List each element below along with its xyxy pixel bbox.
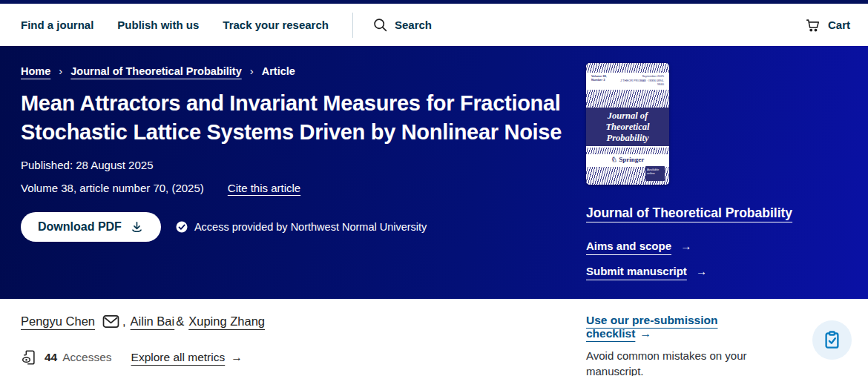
submission-helper-button[interactable] bbox=[812, 320, 852, 360]
download-pdf-button[interactable]: Download PDF bbox=[21, 212, 161, 242]
cart-button[interactable]: Cart bbox=[805, 17, 850, 33]
volume-line: Volume 38, article number 70, (2025) Cit… bbox=[21, 182, 570, 194]
journal-cover-image[interactable]: Volume 38, Number 3 September 2025 J THE… bbox=[586, 63, 669, 185]
site-header: Find a journal Publish with us Track you… bbox=[0, 4, 868, 46]
cover-stripe-band bbox=[586, 90, 669, 108]
cover-meta: Volume 38, Number 3 September 2025 J THE… bbox=[591, 74, 664, 87]
author-separator: , bbox=[122, 314, 126, 329]
article-meta-section: Pengyu Chen , Ailin Bai & Xuping Zhang 4… bbox=[0, 299, 868, 376]
download-row: Download PDF Access provided by Northwes… bbox=[21, 212, 570, 242]
breadcrumb-journal[interactable]: Journal of Theoretical Probability bbox=[70, 65, 241, 77]
cover-issue-text: September 2025 J THEOR PROBAB · ISSN 089… bbox=[619, 74, 664, 87]
search-icon bbox=[372, 17, 388, 33]
cover-available-online-badge: Available online bbox=[645, 166, 665, 181]
breadcrumb: Home › Journal of Theoretical Probabilit… bbox=[21, 65, 570, 77]
cover-title-text: Journal of Theoretical Probability bbox=[586, 111, 669, 144]
hero-left-column: Home › Journal of Theoretical Probabilit… bbox=[21, 46, 570, 242]
download-pdf-label: Download PDF bbox=[38, 220, 122, 234]
cart-icon bbox=[805, 17, 821, 33]
right-arrow-icon: → bbox=[640, 327, 651, 340]
author-link-ailin-bai[interactable]: Ailin Bai bbox=[131, 314, 175, 329]
pre-submission-aside: Use our pre-submission checklist→ Avoid … bbox=[586, 314, 779, 376]
journal-panel: Volume 38, Number 3 September 2025 J THE… bbox=[586, 63, 861, 277]
breadcrumb-separator: › bbox=[59, 65, 62, 77]
search-button[interactable]: Search bbox=[372, 17, 432, 33]
breadcrumb-current: Article bbox=[262, 65, 295, 77]
author-link-xuping-zhang[interactable]: Xuping Zhang bbox=[188, 314, 265, 329]
metrics-row: 44 Accesses Explore all metrics → bbox=[21, 349, 243, 366]
author-separator: & bbox=[176, 314, 184, 329]
accesses-label: Accesses bbox=[62, 351, 111, 364]
cite-this-article-link[interactable]: Cite this article bbox=[228, 182, 300, 194]
clipboard-check-icon bbox=[822, 330, 842, 350]
header-divider bbox=[352, 13, 353, 38]
aims-and-scope-link[interactable]: Aims and scope bbox=[586, 240, 671, 252]
article-page: Find a journal Publish with us Track you… bbox=[0, 0, 868, 376]
access-note-text: Access provided by Northwest Normal Univ… bbox=[194, 221, 427, 233]
springer-horse-icon: ♘ bbox=[611, 156, 617, 163]
cover-title-band: Journal of Theoretical Probability bbox=[586, 108, 669, 146]
cover-stripe-band bbox=[586, 63, 669, 73]
explore-all-metrics-link[interactable]: Explore all metrics bbox=[131, 351, 226, 364]
aims-and-scope-row: Aims and scope → bbox=[586, 240, 861, 252]
journal-homepage-link[interactable]: Journal of Theoretical Probability bbox=[586, 205, 792, 221]
page-title: Mean Attractors and Invariant Measures f… bbox=[21, 89, 570, 147]
access-note: Access provided by Northwest Normal Univ… bbox=[175, 220, 427, 234]
volume-info: Volume 38, article number 70, (2025) bbox=[21, 182, 204, 194]
right-arrow-icon: → bbox=[231, 351, 243, 364]
checklist-note: Avoid common mistakes on your manuscript… bbox=[586, 348, 764, 376]
accesses-count: 44 bbox=[45, 351, 57, 364]
published-date: Published: 28 August 2025 bbox=[21, 159, 570, 171]
authors-row: Pengyu Chen , Ailin Bai & Xuping Zhang bbox=[21, 314, 265, 329]
nav-publish-with-us[interactable]: Publish with us bbox=[117, 19, 199, 31]
cart-label: Cart bbox=[828, 19, 850, 31]
author-link-pengyu-chen[interactable]: Pengyu Chen bbox=[21, 314, 95, 329]
download-icon bbox=[130, 220, 144, 234]
envelope-icon bbox=[102, 314, 119, 329]
email-author-button[interactable] bbox=[102, 314, 119, 329]
cover-volume-text: Volume 38, Number 3 bbox=[591, 74, 619, 87]
breadcrumb-separator: › bbox=[250, 65, 254, 77]
breadcrumb-home[interactable]: Home bbox=[21, 65, 50, 77]
nav-track-your-research[interactable]: Track your research bbox=[223, 19, 329, 31]
pre-submission-checklist-link[interactable]: Use our pre-submission checklist bbox=[586, 314, 717, 340]
right-arrow-icon: → bbox=[696, 265, 707, 277]
article-hero: Home › Journal of Theoretical Probabilit… bbox=[0, 46, 868, 299]
nav-find-a-journal[interactable]: Find a journal bbox=[21, 19, 93, 31]
search-label: Search bbox=[395, 19, 432, 31]
submit-manuscript-link[interactable]: Submit manuscript bbox=[586, 265, 687, 277]
right-arrow-icon: → bbox=[680, 240, 691, 252]
cover-stripe-band bbox=[586, 148, 669, 154]
submit-manuscript-row: Submit manuscript → bbox=[586, 265, 861, 277]
check-circle-icon bbox=[175, 220, 188, 234]
cover-publisher-logo: ♘ Springer bbox=[586, 156, 669, 163]
accesses-icon bbox=[21, 349, 37, 366]
